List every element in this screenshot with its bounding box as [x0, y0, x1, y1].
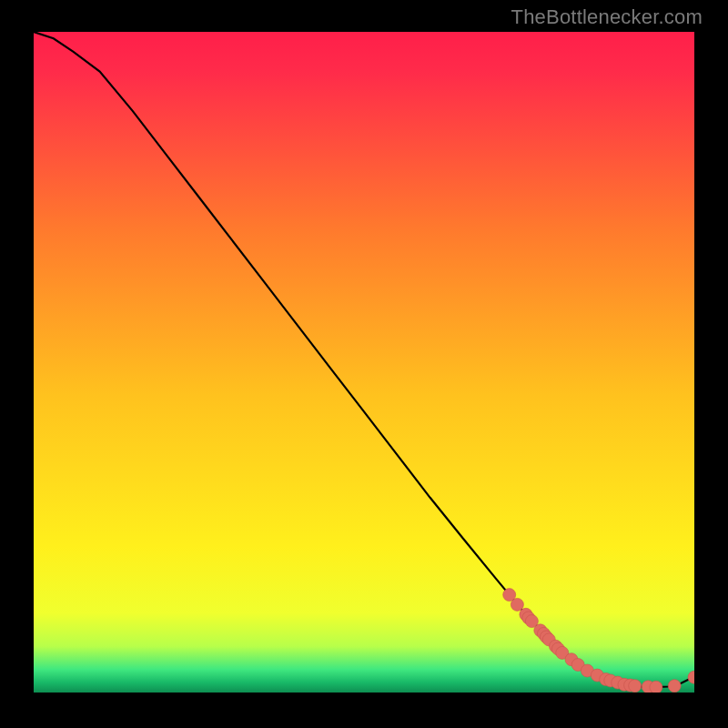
data-point	[629, 680, 642, 693]
data-point	[668, 680, 681, 693]
gradient-background	[34, 32, 694, 693]
data-point	[650, 681, 662, 693]
data-point	[511, 598, 523, 611]
plot-area	[34, 32, 694, 693]
credit-label: TheBottlenecker.com	[511, 5, 703, 29]
chart-svg	[34, 32, 694, 693]
chart-stage: TheBottlenecker.com	[0, 0, 728, 728]
